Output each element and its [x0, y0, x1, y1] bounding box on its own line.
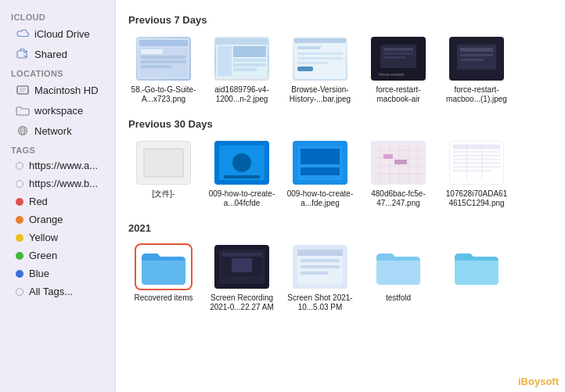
list-item[interactable]: [文件]-	[128, 139, 199, 208]
file-thumb-wrap	[448, 139, 506, 186]
svg-rect-22	[233, 46, 266, 57]
svg-rect-25	[233, 68, 257, 71]
list-item[interactable]: 480d6bac-fc5e-47...247.png	[363, 139, 434, 208]
file-thumbnail	[138, 245, 189, 289]
macintosh-hd-icon	[16, 83, 30, 97]
svg-rect-17	[141, 60, 186, 63]
list-item[interactable]: 107628i70ADA61 4615C1294.png	[441, 139, 512, 208]
file-name: 009-how-to-create-a...04fcfde	[207, 189, 276, 208]
section-title-2021: 2021	[128, 222, 552, 234]
file-name: Recovered items	[134, 293, 193, 303]
svg-rect-86	[300, 265, 340, 268]
svg-rect-49	[224, 175, 260, 178]
svg-rect-21	[218, 46, 232, 76]
svg-rect-53	[300, 167, 340, 175]
tag-dot-green	[16, 252, 23, 260]
svg-rect-15	[141, 49, 163, 54]
svg-rect-68	[453, 145, 500, 149]
list-item[interactable]: testfold	[363, 243, 434, 312]
file-thumb-wrap	[291, 35, 349, 82]
svg-rect-20	[216, 38, 268, 45]
svg-rect-80	[222, 253, 261, 257]
svg-rect-74	[453, 170, 491, 172]
svg-rect-29	[297, 52, 343, 55]
file-thumbnail	[214, 141, 269, 185]
sidebar-item-tag-all[interactable]: All Tags...	[5, 283, 110, 300]
file-grid-30days: [文件]- 009-how-to-create-a...04fcfde	[128, 139, 552, 208]
file-thumb-wrap	[448, 243, 506, 290]
list-item[interactable]: 009-how-to-create-a...04fcfde	[207, 139, 277, 208]
file-name: Screen Recording 2021-0...22.27 AM	[207, 293, 276, 312]
sidebar-item-tag-url2[interactable]: https://www.b...	[5, 175, 110, 192]
file-thumb-wrap	[213, 243, 271, 290]
svg-rect-70	[453, 154, 500, 156]
sidebar-item-macintosh-hd[interactable]: Macintosh HD	[5, 81, 110, 99]
section-title-7days: Previous 7 Days	[128, 14, 552, 26]
svg-rect-36	[383, 52, 413, 55]
sidebar-macintosh-hd-label: Macintosh HD	[34, 85, 99, 96]
file-thumbnail	[371, 245, 426, 289]
list-item[interactable]: 009-how-to-create-a...fde.jpeg	[285, 139, 355, 208]
file-thumbnail	[371, 141, 426, 185]
svg-text:force-restart: force-restart	[379, 72, 405, 77]
svg-rect-52	[300, 149, 340, 164]
main-content: Previous 7 Days 58.-Go-to-G-Suite-A.	[116, 0, 565, 392]
sidebar-shared-label: Shared	[34, 49, 67, 60]
svg-rect-23	[233, 59, 266, 62]
sidebar-section-tags: Tags	[0, 141, 115, 156]
file-grid-7days: 58.-Go-to-G-Suite-A...x723.png aid	[128, 35, 552, 104]
list-item[interactable]: 58.-Go-to-G-Suite-A...x723.png	[128, 35, 199, 104]
file-thumbnail	[449, 37, 504, 81]
file-thumbnail	[214, 37, 269, 81]
cloud-icon	[16, 27, 30, 41]
file-thumb-wrap	[291, 139, 349, 186]
sidebar-item-tag-blue[interactable]: Blue	[5, 265, 110, 282]
file-thumb-wrap	[135, 243, 193, 290]
sidebar-tag-green-label: Green	[29, 250, 57, 261]
sidebar-item-icloud-drive[interactable]: iCloud Drive	[5, 24, 110, 43]
sidebar-section-locations: Locations	[0, 64, 115, 80]
file-thumbnail	[449, 245, 504, 289]
sidebar-item-workspace[interactable]: workspace	[5, 101, 110, 120]
list-item[interactable]: Screen Shot 2021-10...5.03 PM	[285, 243, 355, 312]
svg-rect-65	[383, 154, 393, 159]
sidebar-tag-blue-label: Blue	[29, 268, 49, 279]
svg-rect-28	[297, 46, 321, 49]
tag-dot-yellow	[16, 234, 23, 242]
sidebar-icloud-drive-label: iCloud Drive	[34, 28, 90, 40]
sidebar-network-label: Network	[34, 125, 72, 137]
sidebar-tag-orange-label: Orange	[29, 214, 63, 225]
list-item[interactable]: Recovered items	[128, 243, 199, 312]
file-name: Browse-Version-History-...bar.jpeg	[286, 85, 354, 104]
tag-dot-orange	[16, 216, 23, 224]
sidebar-item-network[interactable]: Network	[5, 121, 110, 140]
list-item[interactable]: Screen Recording 2021-0...22.27 AM	[207, 243, 277, 312]
list-item[interactable]: force-restart-macboo...(1).jpeg	[441, 35, 512, 104]
file-thumbnail	[293, 37, 347, 81]
svg-rect-87	[300, 272, 328, 275]
sidebar-item-tag-url1[interactable]: https://www.a...	[5, 157, 110, 174]
file-thumb-wrap	[448, 35, 506, 82]
svg-rect-42	[460, 54, 493, 56]
sidebar-tag-red-label: Red	[29, 196, 48, 207]
sidebar-item-tag-orange[interactable]: Orange	[5, 211, 110, 228]
svg-rect-72	[453, 162, 500, 164]
list-item[interactable]: Browse-Version-History-...bar.jpeg	[285, 35, 355, 104]
list-item[interactable]: aid1689796-v4-1200...n-2.jpeg	[207, 35, 277, 104]
list-item[interactable]	[441, 243, 512, 312]
tag-dot-blue	[16, 270, 23, 278]
file-name: 107628i70ADA61 4615C1294.png	[442, 189, 511, 208]
svg-rect-30	[297, 57, 343, 59]
sidebar-item-tag-yellow[interactable]: Yellow	[5, 229, 110, 246]
sidebar-item-tag-red[interactable]: Red	[5, 193, 110, 210]
sidebar-item-shared[interactable]: Shared	[5, 45, 110, 63]
file-name: testfold	[386, 293, 411, 303]
sidebar-item-tag-green[interactable]: Green	[5, 247, 110, 264]
svg-point-48	[232, 153, 251, 172]
svg-rect-69	[453, 150, 500, 153]
svg-rect-41	[460, 48, 493, 52]
svg-rect-18	[141, 65, 172, 68]
list-item[interactable]: force-restart force-restart-macbook-air	[363, 35, 434, 104]
svg-rect-35	[383, 48, 413, 51]
sidebar-workspace-label: workspace	[34, 105, 83, 117]
